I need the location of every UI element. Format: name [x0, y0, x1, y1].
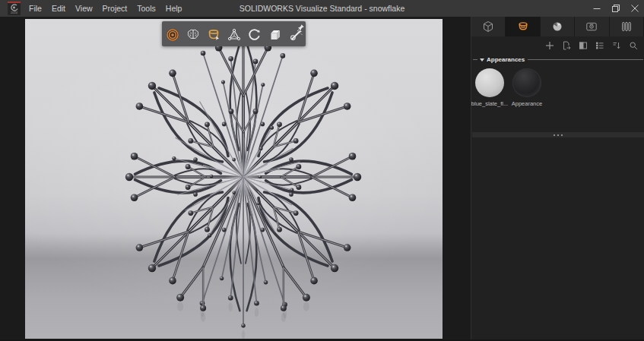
collapse-triangle-icon [480, 58, 484, 62]
section-label: Appearances [487, 56, 525, 63]
panel-splitter[interactable] [472, 132, 644, 137]
pivot-pyramid-icon[interactable] [225, 26, 243, 44]
minimize-button[interactable] [587, 0, 606, 17]
appearance-label: Appearance [512, 100, 542, 107]
appearance-item[interactable]: Appearance [510, 68, 544, 107]
paint-bucket-icon[interactable] [205, 26, 222, 44]
cube-icon[interactable] [266, 26, 284, 44]
menubar: File Edit View Project Tools Help [29, 0, 182, 17]
3d-viewport[interactable] [25, 19, 443, 339]
menu-help[interactable]: Help [166, 4, 182, 13]
split-view-brain-icon[interactable] [184, 26, 201, 44]
titlebar: 2024 File Edit View Project Tools Help S… [0, 0, 644, 17]
columns-view-button[interactable] [578, 41, 588, 51]
tab-environments[interactable] [541, 17, 575, 36]
app-logo: 2024 [8, 2, 21, 15]
appearance-swatch-dark [512, 68, 541, 97]
tab-appearances[interactable] [506, 17, 540, 36]
canvas-area [0, 17, 471, 341]
menu-view[interactable]: View [75, 4, 93, 13]
panel-lower-pane [472, 137, 644, 339]
menu-project[interactable]: Project [103, 4, 128, 13]
tab-models[interactable] [471, 17, 506, 36]
close-button[interactable] [625, 0, 644, 17]
appearance-list: blue_slate_fl... Appearance [471, 64, 644, 107]
rotate-turntable-icon[interactable] [246, 26, 263, 44]
right-panel: Appearances blue_slate_fl... Appearance [471, 17, 644, 341]
palette-tabs [471, 17, 644, 36]
list-view-button[interactable] [595, 41, 604, 51]
menu-tools[interactable]: Tools [137, 4, 156, 13]
select-target-icon[interactable] [163, 26, 181, 44]
sort-button[interactable] [611, 41, 621, 51]
menu-edit[interactable]: Edit [52, 4, 65, 13]
pin-icon[interactable] [297, 21, 305, 35]
tab-renders[interactable] [610, 17, 644, 36]
maximize-button[interactable] [606, 0, 625, 17]
tab-cameras[interactable] [575, 17, 609, 36]
menu-file[interactable]: File [29, 4, 42, 13]
appearance-swatch-light [475, 68, 504, 97]
import-file-button[interactable] [561, 41, 571, 51]
add-button[interactable] [544, 41, 554, 51]
appearance-item[interactable]: blue_slate_fl... [473, 68, 506, 107]
search-button[interactable] [628, 41, 638, 51]
viewport-toolbar [162, 21, 306, 46]
panel-toolbar [471, 38, 644, 53]
appearance-label: blue_slate_fl... [471, 100, 508, 107]
appearances-section-header[interactable]: Appearances [471, 55, 644, 64]
